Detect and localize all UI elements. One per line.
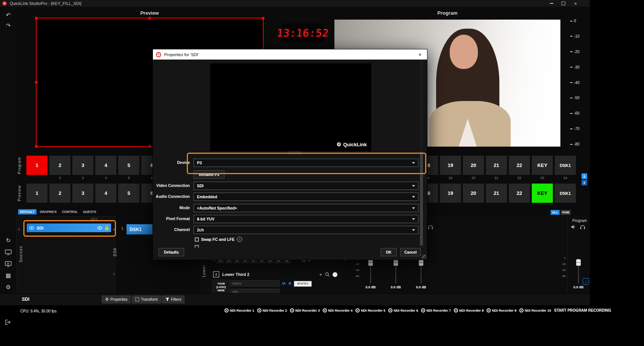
video-connection-select[interactable]: SDI (194, 182, 418, 190)
collapse-chevron[interactable] (113, 226, 115, 232)
mixer-pgm-button[interactable]: PGM (561, 210, 571, 215)
ndi-recorder-button[interactable]: NDI Recorder 4 (323, 308, 353, 312)
defaults-button[interactable]: Defaults (159, 248, 184, 256)
program-source-19[interactable]: 19 (440, 156, 461, 175)
collapse-chevron[interactable] (113, 271, 115, 277)
fader-thumb[interactable] (368, 259, 373, 266)
preview-source-21[interactable]: 21 (486, 184, 507, 203)
preview-source-5[interactable]: 5 (118, 184, 139, 203)
splitter-handle[interactable] (287, 151, 302, 155)
program-source-dsk1[interactable]: DSK1 (555, 156, 576, 175)
channel-select[interactable]: 2ch (194, 226, 418, 234)
fader-thumb[interactable] (419, 259, 423, 266)
ndi-recorder-button[interactable]: NDI Recorder 10 (519, 308, 551, 312)
redo-icon[interactable] (0, 21, 17, 30)
name-input[interactable] (230, 280, 279, 286)
program-source-22[interactable]: 22 (509, 156, 530, 175)
program-source-2[interactable]: 2 (49, 156, 70, 175)
logo-placeholder[interactable]: YOUR {LOGO} HERE (212, 280, 230, 293)
ndi-recorder-button[interactable]: NDI Recorder 6 (388, 308, 418, 312)
collapse-chevron[interactable] (18, 226, 20, 232)
start-program-recording-button[interactable]: START PROGRAM RECORDING (554, 308, 611, 312)
preview-source-19[interactable]: 19 (440, 184, 461, 203)
minimize-button[interactable] (545, 0, 557, 7)
bold-button[interactable]: B (288, 280, 292, 286)
headphones-icon[interactable] (580, 225, 585, 230)
ndi-recorder-button[interactable]: NDI Recorder 2 (257, 308, 287, 312)
headphones-icon[interactable] (428, 225, 433, 230)
rename-device-button[interactable]: Rename P3 (194, 170, 224, 179)
preview-source-22[interactable]: 22 (509, 184, 530, 203)
tab-default[interactable]: DEFAULT (18, 209, 37, 214)
filters-button[interactable]: Filters (162, 295, 185, 303)
resize-handle[interactable] (148, 17, 151, 20)
ndi-recorder-button[interactable]: NDI Recorder 5 (356, 308, 385, 312)
ok-button[interactable]: OK (381, 248, 397, 256)
tab-control[interactable]: CONTROL (60, 209, 79, 214)
speaker-icon[interactable] (571, 225, 576, 229)
resize-handle[interactable] (35, 81, 38, 84)
resize-handle[interactable] (35, 17, 38, 20)
channel-fader[interactable] (395, 259, 396, 283)
fader-thumb[interactable] (394, 259, 398, 266)
source-item-sdi[interactable]: SDI (27, 224, 111, 232)
ndi-recorder-button[interactable]: NDI Recorder 1 (224, 308, 254, 312)
program-source-key[interactable]: KEY (532, 156, 553, 175)
program-source-4[interactable]: 4 (95, 156, 116, 175)
mode-select[interactable]: <Auto/Not Specified> (194, 204, 418, 212)
device-select[interactable]: P3 (194, 159, 418, 167)
preview-source-key[interactable]: KEY (532, 184, 553, 203)
program-source-3[interactable]: 3 (72, 156, 93, 175)
preview-source-20[interactable]: 20 (463, 184, 484, 203)
help-icon[interactable] (237, 237, 242, 242)
search-icon[interactable] (325, 272, 330, 277)
sync-icon[interactable] (0, 236, 17, 245)
preview-source-4[interactable]: 4 (95, 184, 116, 203)
fader-thumb[interactable] (576, 259, 581, 266)
settings-gear-icon[interactable] (0, 283, 17, 292)
color-swatch[interactable]: #F2F2F2 (294, 281, 312, 287)
cancel-button[interactable]: Cancel (400, 248, 421, 256)
page-badge-2[interactable]: 2 (581, 180, 587, 185)
grid-icon[interactable] (0, 271, 17, 280)
font-style-button[interactable]: ïA (281, 280, 287, 286)
add-icon[interactable]: + (319, 272, 322, 277)
screen-share-icon[interactable] (0, 259, 17, 268)
sign-out-icon[interactable] (0, 318, 17, 327)
resize-grip[interactable] (422, 254, 426, 259)
info-input[interactable] (230, 289, 279, 293)
ndi-recorder-button[interactable]: NDI Recorder 3 (290, 308, 320, 312)
preview-source-dsk1[interactable]: DSK1 (555, 184, 576, 203)
channel-fader[interactable] (370, 259, 371, 283)
channel-fader[interactable] (421, 259, 421, 283)
properties-button[interactable]: Properties (102, 295, 131, 303)
transform-button[interactable]: Transform (132, 295, 161, 303)
dialog-close-icon[interactable] (417, 51, 423, 58)
visibility-toggle[interactable] (333, 272, 337, 277)
audio-connection-select[interactable]: Embedded (194, 193, 418, 201)
audio-monitor-icon[interactable] (583, 278, 589, 285)
preview-source-2[interactable]: 2 (49, 184, 70, 203)
monitor-icon[interactable] (0, 248, 17, 257)
tab-graphics[interactable]: GRAPHICS (38, 209, 59, 214)
program-source-1[interactable]: 1 (26, 156, 47, 175)
pixel-format-select[interactable]: 8-bit YUV (194, 215, 418, 223)
eye-icon[interactable] (97, 226, 102, 230)
preview-source-1[interactable]: 1 (26, 184, 47, 203)
master-fader[interactable] (578, 259, 579, 283)
dsk1-button[interactable]: DSK1 (127, 224, 155, 234)
resize-handle[interactable] (35, 145, 38, 148)
swap-checkbox[interactable] (195, 237, 199, 242)
lock-icon[interactable] (105, 226, 109, 230)
program-source-20[interactable]: 20 (463, 156, 484, 175)
resize-handle[interactable] (262, 17, 264, 20)
ndi-recorder-button[interactable]: NDI Recorder 7 (421, 308, 451, 312)
close-button[interactable] (569, 0, 581, 7)
page-badge-1[interactable]: 1 (581, 173, 587, 179)
program-source-5[interactable]: 5 (118, 156, 139, 175)
tab-guests[interactable]: GUESTS (81, 209, 98, 214)
ndi-recorder-button[interactable]: NDI Recorder 9 (487, 308, 516, 312)
maximize-button[interactable] (557, 0, 569, 7)
undo-icon[interactable] (0, 11, 17, 20)
resize-handle[interactable] (148, 145, 151, 148)
